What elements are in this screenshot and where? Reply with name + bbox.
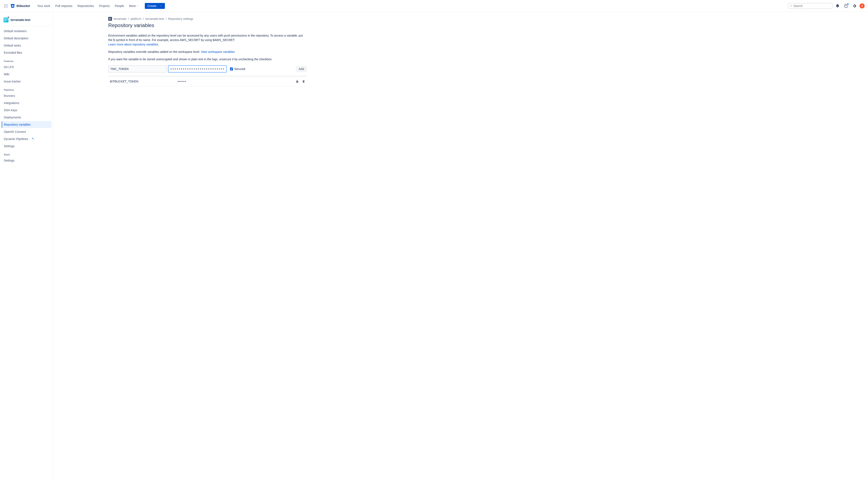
secured-label: Secured bbox=[234, 67, 245, 71]
brand-logo[interactable]: Bitbucket bbox=[10, 3, 30, 8]
search-input-wrapper[interactable] bbox=[788, 3, 833, 9]
sparkle-icon bbox=[31, 137, 34, 141]
breadcrumb-project[interactable]: platform bbox=[131, 17, 142, 21]
breadcrumb-workspace[interactable]: terramate bbox=[114, 17, 126, 21]
create-button-label: Create bbox=[147, 4, 156, 8]
sidebar-openid-connect[interactable]: OpenID Connect bbox=[2, 128, 51, 135]
create-button[interactable]: Create bbox=[145, 3, 165, 9]
svg-rect-9 bbox=[12, 5, 13, 6]
sidebar-runners[interactable]: Runners bbox=[2, 92, 51, 99]
help-icon[interactable] bbox=[843, 3, 849, 9]
sidebar-issue-tracker[interactable]: Issue tracker bbox=[2, 78, 51, 85]
app-switcher-icon[interactable] bbox=[3, 3, 8, 8]
main-content: ◧ terramate / platform / terramate-test … bbox=[100, 12, 315, 483]
svg-line-11 bbox=[792, 6, 792, 6]
breadcrumb-repo[interactable]: terramate-test bbox=[146, 17, 164, 21]
secured-checkbox[interactable] bbox=[230, 67, 233, 70]
svg-point-4 bbox=[6, 5, 6, 6]
learn-more-link[interactable]: Learn more about repository variables bbox=[108, 43, 158, 46]
variables-table: BITBUCKET_TOKEN •••••• bbox=[108, 76, 307, 87]
description-2: Repository variables override variables … bbox=[108, 50, 307, 54]
svg-point-10 bbox=[790, 5, 792, 6]
svg-point-0 bbox=[4, 4, 5, 5]
chevron-down-icon bbox=[158, 5, 162, 7]
breadcrumb-repo-settings[interactable]: Repository settings bbox=[168, 17, 193, 21]
nav-people[interactable]: People bbox=[113, 3, 126, 9]
nav-projects[interactable]: Projects bbox=[97, 3, 112, 9]
repo-header[interactable]: </> ✕ terramate-test bbox=[2, 16, 51, 24]
desc2-text: Repository variables override variables … bbox=[108, 50, 201, 54]
add-button[interactable]: Add bbox=[296, 66, 307, 72]
svg-point-3 bbox=[4, 5, 5, 6]
search-icon bbox=[790, 4, 792, 8]
trash-icon[interactable] bbox=[302, 80, 305, 83]
sidebar-ssh-keys[interactable]: SSH Keys bbox=[2, 107, 51, 114]
repo-name: terramate-test bbox=[10, 18, 30, 22]
sidebar: </> ✕ terramate-test Default reviewers D… bbox=[0, 12, 53, 483]
variable-actions bbox=[296, 80, 305, 83]
user-avatar[interactable]: S bbox=[860, 3, 865, 8]
sidebar-dynamic-pipelines[interactable]: Dynamic Pipelines bbox=[2, 135, 51, 142]
nav-pull-requests[interactable]: Pull requests bbox=[53, 3, 74, 9]
sidebar-pipelines-settings[interactable]: Settings bbox=[2, 143, 51, 150]
variable-row: BITBUCKET_TOKEN •••••• bbox=[108, 76, 307, 87]
svg-point-7 bbox=[6, 7, 6, 7]
sidebar-git-lfs[interactable]: Git LFS bbox=[2, 64, 51, 70]
description-1: Environment variables added on the repos… bbox=[108, 33, 307, 47]
section-pipelines-label: Pipelines bbox=[2, 85, 51, 92]
workspace-icon: ◧ bbox=[108, 17, 112, 21]
svg-point-13 bbox=[846, 6, 846, 7]
top-navigation: Bitbucket Your work Pull requests Reposi… bbox=[0, 0, 868, 12]
brand-name: Bitbucket bbox=[17, 4, 30, 8]
secured-checkbox-wrapper[interactable]: Secured bbox=[230, 67, 245, 71]
variable-name-input[interactable] bbox=[108, 65, 167, 72]
page-title: Repository variables bbox=[108, 23, 307, 28]
section-slack-label: Slack bbox=[2, 150, 51, 157]
search-input[interactable] bbox=[794, 4, 830, 8]
add-variable-form: Secured Add bbox=[108, 65, 307, 72]
sidebar-default-reviewers[interactable]: Default reviewers bbox=[2, 28, 51, 34]
nav-more-label: More bbox=[129, 4, 136, 8]
view-workspace-variables-link[interactable]: View workspace variables bbox=[201, 50, 235, 54]
settings-icon[interactable] bbox=[851, 3, 858, 9]
section-features-label: Features bbox=[2, 57, 51, 63]
notification-dot-icon bbox=[847, 3, 849, 5]
sidebar-repository-variables[interactable]: Repository variables bbox=[2, 121, 51, 128]
sidebar-excluded-files[interactable]: Excluded files bbox=[2, 49, 51, 56]
variable-value: •••••• bbox=[178, 80, 296, 83]
variable-value-input[interactable] bbox=[168, 65, 227, 72]
nav-repositories[interactable]: Repositories bbox=[75, 3, 96, 9]
sidebar-integrations[interactable]: Integrations bbox=[2, 100, 51, 107]
period: . bbox=[158, 43, 159, 46]
chevron-down-icon bbox=[136, 5, 138, 7]
nav-your-work[interactable]: Your work bbox=[35, 3, 53, 9]
nav-links: Your work Pull requests Repositories Pro… bbox=[35, 3, 141, 9]
breadcrumb-sep: / bbox=[143, 17, 144, 21]
svg-point-5 bbox=[7, 5, 8, 6]
sidebar-slack-settings[interactable]: Settings bbox=[2, 157, 51, 164]
svg-point-8 bbox=[7, 7, 8, 7]
lock-icon[interactable] bbox=[296, 80, 299, 83]
svg-point-2 bbox=[7, 4, 8, 5]
repo-icon: </> ✕ bbox=[3, 17, 8, 23]
sidebar-deployments[interactable]: Deployments bbox=[2, 114, 51, 121]
svg-point-6 bbox=[4, 7, 5, 7]
sidebar-default-description[interactable]: Default description bbox=[2, 35, 51, 42]
svg-point-1 bbox=[6, 4, 6, 5]
breadcrumb-sep: / bbox=[128, 17, 129, 21]
variable-name: BITBUCKET_TOKEN bbox=[110, 80, 178, 83]
sidebar-item-label: Dynamic Pipelines bbox=[4, 137, 28, 141]
description-3: If you want the variable to be stored un… bbox=[108, 57, 307, 62]
sidebar-wiki[interactable]: Wiki bbox=[2, 71, 51, 78]
sidebar-default-tasks[interactable]: Default tasks bbox=[2, 42, 51, 49]
notifications-icon[interactable] bbox=[834, 3, 841, 9]
nav-more[interactable]: More bbox=[127, 3, 141, 9]
breadcrumb-sep: / bbox=[165, 17, 166, 21]
breadcrumbs: ◧ terramate / platform / terramate-test … bbox=[108, 17, 307, 21]
desc1-text: Environment variables added on the repos… bbox=[108, 34, 303, 42]
